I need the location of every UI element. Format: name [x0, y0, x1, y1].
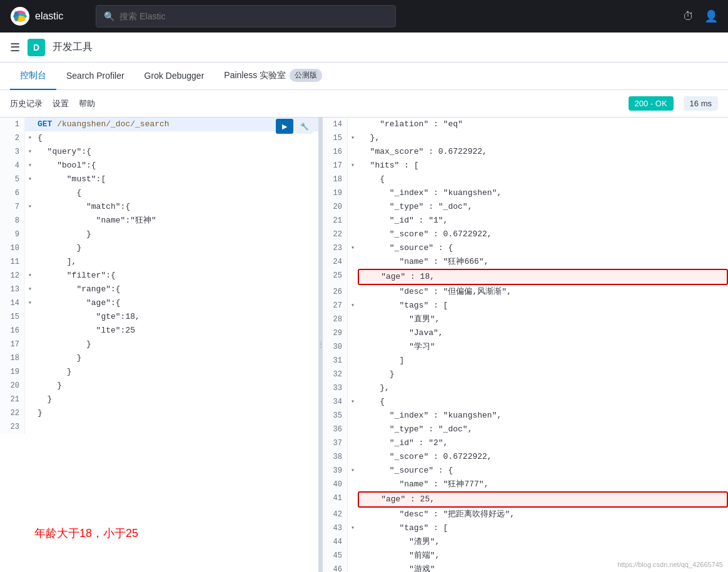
run-button[interactable]: ▶ [276, 119, 293, 134]
fold-toggle [25, 241, 35, 255]
svg-point-4 [14, 11, 19, 21]
fold-toggle[interactable]: ▾ [25, 159, 35, 173]
result-panel: 14 "relation" : "eq"15▾ },16 "max_score"… [323, 118, 728, 572]
result-line: 42 "desc" : "把距离吹得好远", [323, 508, 728, 521]
line-number: 15 [0, 310, 25, 324]
line-content [35, 420, 318, 434]
fold-toggle [25, 118, 35, 131]
elastic-logo[interactable]: elastic [10, 6, 63, 26]
result-fold-toggle[interactable]: ▾ [348, 464, 358, 478]
fold-toggle[interactable]: ▾ [25, 145, 35, 159]
nav-icons: ⏱ 👤 [683, 9, 718, 23]
result-line-number: 40 [323, 478, 348, 491]
result-line-number: 28 [323, 313, 348, 326]
tab-console[interactable]: 控制台 [10, 63, 56, 90]
elastic-logo-text: elastic [35, 11, 63, 22]
result-line-number: 29 [323, 326, 348, 340]
history-button[interactable]: 历史记录 [10, 96, 43, 112]
editor-line: 9 } [0, 228, 318, 241]
result-line-number: 20 [323, 200, 348, 214]
line-number: 18 [0, 351, 25, 365]
result-fold-toggle [348, 340, 358, 354]
settings-button[interactable]: 设置 [53, 96, 69, 112]
editor-line: 21 } [0, 393, 318, 406]
result-fold-toggle[interactable]: ▾ [348, 159, 358, 173]
result-line: 20 "_type" : "_doc", [323, 200, 728, 214]
tab-grok-debugger[interactable]: Grok Debugger [134, 63, 215, 90]
fold-toggle[interactable]: ▾ [25, 131, 35, 145]
result-fold-toggle [348, 173, 358, 186]
result-fold-toggle[interactable]: ▾ [348, 241, 358, 255]
editor-line: 23 [0, 420, 318, 434]
editor-line: 15 "gte":18, [0, 310, 318, 324]
fold-toggle [25, 379, 35, 393]
line-content: "gte":18, [35, 310, 318, 324]
result-fold-toggle [348, 214, 358, 228]
notifications-icon[interactable]: ⏱ [683, 10, 694, 23]
help-button[interactable]: 帮助 [79, 96, 95, 112]
result-line-number: 36 [323, 423, 348, 436]
line-content: } [35, 228, 318, 241]
result-line: 39▾ "_source" : { [323, 464, 728, 478]
line-content: { [35, 186, 318, 200]
fold-toggle[interactable]: ▾ [25, 296, 35, 310]
editor-panel: 1GET /kuangshen/_doc/_search2▾{3▾ "query… [0, 118, 319, 572]
code-editor[interactable]: 1GET /kuangshen/_doc/_search2▾{3▾ "query… [0, 118, 318, 434]
result-content: }, [358, 131, 728, 145]
line-number: 22 [0, 406, 25, 420]
result-content: "tags" : [ [358, 299, 728, 313]
global-search-input[interactable] [119, 11, 388, 21]
result-fold-toggle[interactable]: ▾ [348, 131, 358, 145]
result-content: "relation" : "eq" [358, 118, 728, 131]
global-search-bar[interactable]: 🔍 [96, 5, 396, 28]
result-line-number: 31 [323, 354, 348, 368]
result-line: 14 "relation" : "eq" [323, 118, 728, 131]
result-fold-toggle [348, 326, 358, 340]
result-line: 24 "name" : "狂神666", [323, 255, 728, 269]
result-fold-toggle [348, 228, 358, 241]
result-line: 44 "渣男", [323, 535, 728, 549]
line-content: "must":[ [35, 173, 318, 186]
line-number: 17 [0, 338, 25, 351]
result-content: "max_score" : 0.6722922, [358, 145, 728, 159]
result-line-number: 46 [323, 563, 348, 572]
editor-line: 13▾ "range":{ [0, 283, 318, 296]
time-badge: 16 ms [684, 96, 718, 111]
result-line: 35 "_index" : "kuangshen", [323, 409, 728, 423]
tab-painless[interactable]: Painless 实验室 公测版 [214, 63, 332, 90]
result-content: "age" : 25, [358, 491, 728, 508]
wrench-button[interactable]: 🔧 [296, 119, 313, 134]
fold-toggle[interactable]: ▾ [25, 200, 35, 214]
fold-toggle[interactable]: ▾ [25, 283, 35, 296]
result-content: ] [358, 354, 728, 368]
result-line-number: 32 [323, 368, 348, 381]
editor-line: 11 ], [0, 255, 318, 269]
result-content: "age" : 18, [358, 269, 728, 285]
result-line: 21 "_id" : "1", [323, 214, 728, 228]
result-line-number: 19 [323, 186, 348, 200]
fold-toggle[interactable]: ▾ [25, 173, 35, 186]
tab-search-profiler[interactable]: Search Profiler [56, 63, 134, 90]
line-content: ], [35, 255, 318, 269]
result-fold-toggle[interactable]: ▾ [348, 395, 358, 409]
toolbar: 历史记录 设置 帮助 200 - OK 16 ms [0, 90, 728, 118]
fold-toggle[interactable]: ▾ [25, 269, 35, 283]
result-line-number: 25 [323, 269, 348, 285]
result-fold-toggle[interactable]: ▾ [348, 299, 358, 313]
line-number: 3 [0, 145, 25, 159]
result-fold-toggle [348, 186, 358, 200]
result-line: 37 "_id" : "2", [323, 436, 728, 450]
header-bar: ☰ D 开发工具 [0, 33, 728, 63]
line-content: } [35, 351, 318, 365]
result-line-number: 24 [323, 255, 348, 269]
line-number: 21 [0, 393, 25, 406]
result-line: 40 "name" : "狂神777", [323, 478, 728, 491]
line-number: 9 [0, 228, 25, 241]
result-line: 28 "直男", [323, 313, 728, 326]
result-content: "_id" : "1", [358, 214, 728, 228]
result-content: }, [358, 381, 728, 395]
editor-line: 2▾{ [0, 131, 318, 145]
hamburger-button[interactable]: ☰ [10, 41, 20, 54]
user-icon[interactable]: 👤 [704, 9, 718, 23]
result-fold-toggle[interactable]: ▾ [348, 521, 358, 535]
